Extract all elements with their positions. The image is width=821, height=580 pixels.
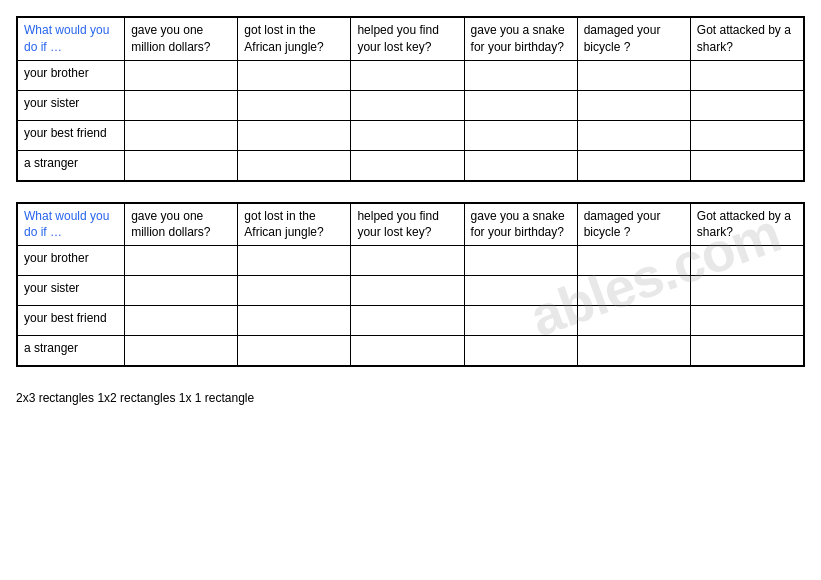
table-1-row-1-col1 (125, 90, 238, 120)
table-2-row-1: your sister (18, 276, 804, 306)
table-2-row-3-col1 (125, 336, 238, 366)
table-2-row-2-col2 (238, 306, 351, 336)
table-2-wrapper: What would you do if … gave you one mill… (16, 202, 805, 368)
table-1-header-col2: got lost in the African jungle? (238, 18, 351, 61)
table-1-row-0-label: your brother (18, 60, 125, 90)
table-1-header-col1: gave you one million dollars? (125, 18, 238, 61)
table-2-header-col0: What would you do if … (18, 203, 125, 246)
table-2-header-col6: Got attacked by a shark? (690, 203, 803, 246)
table-1-row-2-col2 (238, 120, 351, 150)
table-2-row-0-label: your brother (18, 246, 125, 276)
table-1-row-2-col6 (690, 120, 803, 150)
table-2-header-col2: got lost in the African jungle? (238, 203, 351, 246)
table-2-row-3-col4 (464, 336, 577, 366)
table-1-row-1-col6 (690, 90, 803, 120)
table-2-row-2-label: your best friend (18, 306, 125, 336)
table-1-row-1-label: your sister (18, 90, 125, 120)
table-2-row-0-col3 (351, 246, 464, 276)
table-2-row-0-col6 (690, 246, 803, 276)
table-1-row-0: your brother (18, 60, 804, 90)
table-1-header-col3: helped you find your lost key? (351, 18, 464, 61)
table-2-row-1-col2 (238, 276, 351, 306)
table-2-row-0: your brother (18, 246, 804, 276)
footer-text: 2x3 rectangles 1x2 rectangles 1x 1 recta… (16, 391, 805, 405)
table-2-row-0-col2 (238, 246, 351, 276)
table-1-row-3-col1 (125, 150, 238, 180)
table-1-row-3-col3 (351, 150, 464, 180)
table-1-wrapper: What would you do if … gave you one mill… (16, 16, 805, 182)
table-2-row-2: your best friend (18, 306, 804, 336)
table-1-row-0-col5 (577, 60, 690, 90)
table-2-header-col3: helped you find your lost key? (351, 203, 464, 246)
table-1-row-3: a stranger (18, 150, 804, 180)
table-2-row-1-col6 (690, 276, 803, 306)
table-1-header-blue: What would you do if … (24, 23, 109, 54)
table-1-row-0-col1 (125, 60, 238, 90)
table-1-row-3-label: a stranger (18, 150, 125, 180)
table-1-row-1-col2 (238, 90, 351, 120)
table-1-row-3-col2 (238, 150, 351, 180)
table-2-row-3-col3 (351, 336, 464, 366)
table-2-row-3: a stranger (18, 336, 804, 366)
table-1-row-2-label: your best friend (18, 120, 125, 150)
table-2-header-col5: damaged your bicycle ? (577, 203, 690, 246)
worksheet-container: What would you do if … gave you one mill… (16, 16, 805, 405)
table-2-row-3-label: a stranger (18, 336, 125, 366)
table-1-row-0-col2 (238, 60, 351, 90)
table-2-row-3-col2 (238, 336, 351, 366)
table-1-row-3-col4 (464, 150, 577, 180)
table-2-row-0-col5 (577, 246, 690, 276)
table-2-row-1-col3 (351, 276, 464, 306)
table-1-row-0-col4 (464, 60, 577, 90)
table-2-row-2-col4 (464, 306, 577, 336)
table-1-row-1-col3 (351, 90, 464, 120)
table-1: What would you do if … gave you one mill… (17, 17, 804, 181)
table-1-row-0-col6 (690, 60, 803, 90)
table-2-row-2-col3 (351, 306, 464, 336)
table-1-header-col0: What would you do if … (18, 18, 125, 61)
table-1-row-1-col4 (464, 90, 577, 120)
table-2-row-2-col1 (125, 306, 238, 336)
table-2-row-2-col5 (577, 306, 690, 336)
table-1-header-row: What would you do if … gave you one mill… (18, 18, 804, 61)
table-2-row-0-col1 (125, 246, 238, 276)
table-1-row-0-col3 (351, 60, 464, 90)
table-2-header-col4: gave you a snake for your birthday? (464, 203, 577, 246)
table-1-header-col6: Got attacked by a shark? (690, 18, 803, 61)
table-2-row-1-label: your sister (18, 276, 125, 306)
table-1-row-2: your best friend (18, 120, 804, 150)
table-1-row-3-col5 (577, 150, 690, 180)
table-2-header-blue: What would you do if … (24, 209, 109, 240)
table-1-row-1-col5 (577, 90, 690, 120)
table-2-row-2-col6 (690, 306, 803, 336)
table-2-row-1-col5 (577, 276, 690, 306)
tables-area: What would you do if … gave you one mill… (16, 16, 805, 367)
table-2-row-3-col6 (690, 336, 803, 366)
table-1-row-3-col6 (690, 150, 803, 180)
table-2-row-3-col5 (577, 336, 690, 366)
table-2-header-col1: gave you one million dollars? (125, 203, 238, 246)
table-1-row-2-col3 (351, 120, 464, 150)
table-1-row-1: your sister (18, 90, 804, 120)
table-1-row-2-col1 (125, 120, 238, 150)
table-2-row-1-col1 (125, 276, 238, 306)
table-2-row-1-col4 (464, 276, 577, 306)
table-2-row-0-col4 (464, 246, 577, 276)
table-2-header-row: What would you do if … gave you one mill… (18, 203, 804, 246)
table-1-row-2-col5 (577, 120, 690, 150)
table-1-header-col5: damaged your bicycle ? (577, 18, 690, 61)
table-1-row-2-col4 (464, 120, 577, 150)
table-2: What would you do if … gave you one mill… (17, 203, 804, 367)
table-1-header-col4: gave you a snake for your birthday? (464, 18, 577, 61)
